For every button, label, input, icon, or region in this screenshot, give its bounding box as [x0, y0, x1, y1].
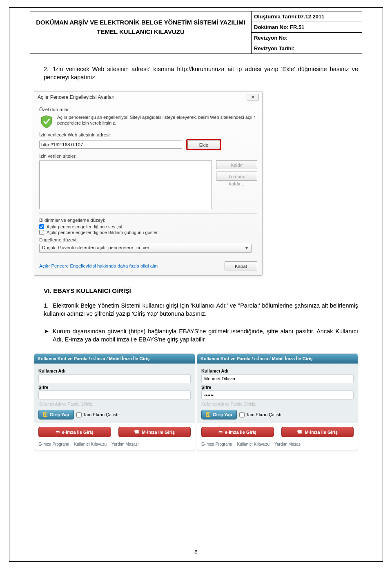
eimza-button[interactable]: ▭ e-İmza İle Giriş — [38, 427, 111, 437]
tumunu-kaldir-button[interactable]: Tümünü kaldır... — [216, 172, 257, 181]
login-user-label-r: Kullanıcı Adı — [201, 368, 354, 373]
login-box-filled: Kullanıcı Kod ve Parola / e-İmza / Mobil… — [197, 353, 358, 451]
level-dropdown[interactable]: Düşük: Güvenli sitelerden açılır pencere… — [39, 244, 252, 253]
fullscreen-chk-r[interactable]: Tam Ekran Çalıştır — [239, 412, 283, 417]
link-eimza-program[interactable]: E-İmza Programı — [38, 442, 69, 446]
fullscreen-box[interactable] — [76, 412, 82, 417]
login-placeholder-r: Kullanıcı Adı ve Parola Giriniz. — [201, 402, 354, 406]
doc-header-meta: Oluşturma Tarihi:07.12.2011 Doküman No: … — [252, 11, 362, 54]
notif-label: Bildirimler ve engelleme düzeyi: — [39, 218, 257, 223]
mimza-button[interactable]: ☎ M-İmza İle Giriş — [118, 427, 191, 437]
instruction-6-1: 1.Elektronik Belge Yönetim Sistemi kulla… — [44, 302, 358, 318]
fullscreen-label-r: Tam Ekran Çalıştır — [246, 412, 283, 417]
sites-label: İzin verilen siteler: — [39, 154, 257, 158]
instruction-2-number: 2. — [44, 65, 53, 74]
help-link[interactable]: Açılır Pencere Engelleyicisi hakkında da… — [39, 263, 158, 268]
fullscreen-box-r[interactable] — [239, 412, 245, 417]
eimza-label: e-İmza İle Giriş — [62, 430, 94, 435]
phone-icon-r: ☎ — [297, 429, 303, 435]
giris-yap-button-r[interactable]: ⚿ Giriş Yap — [201, 410, 237, 419]
doc-title-1: DOKÜMAN ARŞİV VE ELEKTRONİK BELGE YÖNETİ… — [30, 19, 251, 26]
shield-icon — [39, 114, 54, 129]
key-icon: ⚿ — [43, 412, 48, 417]
kaldir-button[interactable]: Kaldır — [216, 160, 257, 169]
doc-header-left: DOKÜMAN ARŞİV VE ELEKTRONİK BELGE YÖNETİ… — [30, 11, 252, 54]
section-6-title: VI. EBAYS KULLANICI GİRİŞİ — [44, 287, 358, 295]
login-head: Kullanıcı Kod ve Parola / e-İmza / Mobil… — [34, 354, 195, 364]
allowed-sites-list[interactable] — [39, 160, 212, 209]
chk-bar-label: Açılır pencere engellendiğinde Bildirim … — [47, 230, 159, 235]
doc-title-2: TEMEL KULLANICI KILAVUZU — [30, 28, 251, 35]
dialog-info: Açılır pencereler şu an engelleniyor. Si… — [57, 114, 257, 129]
mimza-button-r[interactable]: ☎ M-İmza İle Giriş — [281, 427, 354, 437]
phone-icon: ☎ — [134, 429, 140, 435]
dialog-title: Açılır Pencere Engelleyicisi Ayarları — [38, 94, 115, 100]
https-note: ➤ Kurum dışarısından güvenli (https) bağ… — [44, 328, 358, 344]
meta-revno: Revizyon No: — [252, 33, 362, 43]
bullet-icon: ➤ — [44, 328, 53, 344]
instruction-6-1-text: Elektronik Belge Yönetim Sistemi kullanı… — [44, 302, 358, 317]
https-note-text: Kurum dışarısından güvenli (https) bağla… — [53, 328, 358, 344]
login-pass-label: Şifre — [38, 385, 191, 390]
card-icon: ▭ — [56, 429, 60, 435]
card-icon-r: ▭ — [218, 429, 223, 435]
instruction-2-text: 'İzin verilecek Web sitesinin adresi:' k… — [44, 66, 358, 80]
login-box-empty: Kullanıcı Kod ve Parola / e-İmza / Mobil… — [34, 353, 195, 451]
instruction-6-1-number: 1. — [44, 302, 53, 310]
link-user-guide[interactable]: Kullanıcı Kılavuzu — [74, 442, 107, 446]
login-pass-input[interactable] — [38, 390, 191, 399]
login-placeholder: Kullanıcı Adı ve Parola Giriniz. — [38, 402, 191, 406]
login-pass-label-r: Şifre — [201, 385, 354, 390]
link-help-desk-r[interactable]: Yardım Masası — [274, 442, 302, 446]
popup-blocker-dialog: Açılır Pencere Engelleyicisi Ayarları ✕ … — [34, 91, 263, 276]
giris-yap-button[interactable]: ⚿ Giriş Yap — [38, 410, 74, 419]
meta-revdate: Revizyon Tarihi: — [252, 43, 362, 54]
eimza-button-r[interactable]: ▭ e-İmza İle Giriş — [201, 427, 274, 437]
key-icon-r: ⚿ — [206, 412, 211, 417]
level-label: Engelleme düzeyi: — [39, 237, 257, 242]
instruction-2: 2.'İzin verilecek Web sitesinin adresi:'… — [44, 65, 358, 81]
chk-sound-label: Açılır pencere engellendiğinde ses çal. — [47, 224, 123, 229]
giris-yap-label-r: Giriş Yap — [213, 412, 232, 417]
chk-sound-box[interactable] — [39, 224, 44, 229]
chk-bar[interactable]: Açılır pencere engellendiğinde Bildirim … — [39, 230, 257, 235]
group-label: Özel durumlar — [39, 107, 257, 112]
link-eimza-program-r[interactable]: E-İmza Programı — [201, 442, 232, 446]
fullscreen-label: Tam Ekran Çalıştır — [83, 412, 120, 417]
giris-yap-label: Giriş Yap — [50, 412, 69, 417]
ekle-button[interactable]: Ekle — [187, 140, 220, 149]
login-user-input[interactable] — [38, 374, 191, 383]
login-pass-input-r[interactable] — [201, 390, 354, 399]
ekle-highlight: Ekle — [186, 139, 221, 150]
login-user-input-r[interactable] — [201, 374, 354, 383]
meta-docno: Doküman No: FR.51 — [252, 22, 362, 33]
link-user-guide-r[interactable]: Kullanıcı Kılavuzu — [237, 442, 270, 446]
doc-header: DOKÜMAN ARŞİV VE ELEKTRONİK BELGE YÖNETİ… — [30, 11, 362, 54]
page-number: 6 — [9, 549, 383, 556]
kapat-button[interactable]: Kapat — [225, 261, 257, 270]
link-help-desk[interactable]: Yardım Masası — [111, 442, 139, 446]
meta-created: Oluşturma Tarihi:07.12.2011 — [252, 11, 362, 22]
login-user-label: Kullanıcı Adı — [38, 368, 191, 373]
close-icon[interactable]: ✕ — [247, 94, 259, 100]
mimza-label-r: M-İmza İle Giriş — [305, 430, 338, 435]
url-label: İzin verilecek Web sitesinin adresi: — [39, 132, 257, 137]
eimza-label-r: e-İmza İle Giriş — [225, 430, 256, 435]
login-head-r: Kullanıcı Kod ve Parola / e-İmza / Mobil… — [197, 354, 358, 364]
chk-bar-box[interactable] — [39, 230, 44, 235]
url-input[interactable] — [39, 141, 182, 149]
fullscreen-chk[interactable]: Tam Ekran Çalıştır — [76, 412, 120, 417]
mimza-label: M-İmza İle Giriş — [142, 430, 175, 435]
chk-sound[interactable]: Açılır pencere engellendiğinde ses çal. — [39, 224, 257, 229]
